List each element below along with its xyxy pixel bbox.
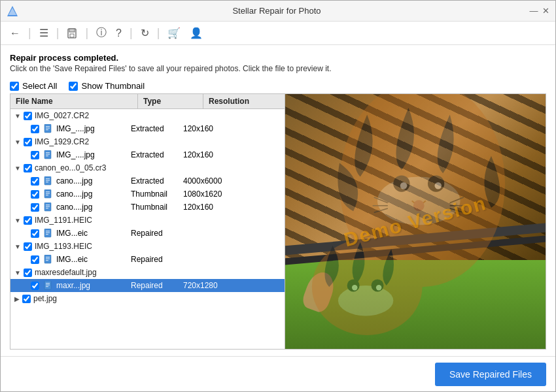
svg-rect-20 bbox=[46, 195, 48, 195]
file-checkbox-wrap bbox=[29, 151, 41, 159]
svg-rect-16 bbox=[46, 182, 48, 182]
svg-rect-32 bbox=[46, 260, 48, 261]
refresh-button[interactable]: ↻ bbox=[138, 25, 152, 41]
file-type: Thumbnail bbox=[128, 189, 181, 199]
minimize-button[interactable]: — bbox=[529, 7, 538, 16]
file-name: cano....jpg bbox=[56, 189, 128, 199]
file-row[interactable]: IMG_....jpg Extracted 120x160 bbox=[10, 148, 285, 161]
file-checkbox[interactable] bbox=[31, 151, 39, 159]
group-row[interactable]: ▼ IMG_0027.CR2 bbox=[10, 109, 285, 122]
window-controls: — ✕ bbox=[529, 7, 550, 16]
file-checkbox[interactable] bbox=[31, 282, 39, 290]
toolbar: ← | ☰ | | ⓘ ? | ↻ | 🛒 👤 bbox=[1, 22, 555, 45]
file-checkbox-wrap bbox=[29, 177, 41, 186]
file-row[interactable]: cano....jpg Extracted 4000x6000 bbox=[10, 174, 285, 188]
show-thumbnail-label[interactable]: Show Thumbnail bbox=[69, 81, 145, 91]
file-checkbox[interactable] bbox=[31, 177, 39, 186]
group-row[interactable]: ▼ maxresdefault.jpg bbox=[10, 266, 285, 279]
preview-panel: Demo Version bbox=[285, 94, 546, 349]
cart-button[interactable]: 🛒 bbox=[165, 25, 183, 41]
group-checkbox[interactable] bbox=[24, 164, 32, 172]
select-all-checkbox[interactable] bbox=[10, 82, 19, 91]
file-checkbox[interactable] bbox=[31, 125, 39, 133]
group-name: IMG_1929.CR2 bbox=[35, 137, 89, 146]
file-name: maxr...jpg bbox=[56, 281, 128, 290]
svg-rect-26 bbox=[46, 231, 50, 231]
app-icon bbox=[6, 5, 19, 18]
file-checkbox[interactable] bbox=[31, 190, 39, 199]
svg-rect-12 bbox=[46, 155, 48, 156]
group-checkbox[interactable] bbox=[24, 269, 32, 277]
svg-rect-24 bbox=[46, 208, 48, 208]
group-name: canon_eo...0_05.cr3 bbox=[35, 163, 106, 172]
col-header-type: Type bbox=[138, 94, 203, 108]
file-checkbox[interactable] bbox=[31, 229, 39, 238]
file-name: IMG_....jpg bbox=[56, 124, 128, 133]
svg-point-42 bbox=[435, 182, 442, 189]
group-row[interactable]: ▼ IMG_1191.HEIC bbox=[10, 214, 285, 227]
file-checkbox-wrap bbox=[29, 229, 41, 238]
svg-rect-34 bbox=[46, 283, 50, 284]
file-resolution: 120x160 bbox=[181, 203, 233, 212]
group-name: IMG_0027.CR2 bbox=[35, 111, 89, 120]
file-type: Extracted bbox=[128, 176, 181, 186]
group-row[interactable]: ▼ IMG_1929.CR2 bbox=[10, 135, 285, 148]
file-type-icon bbox=[43, 123, 54, 134]
file-checkbox-wrap bbox=[29, 190, 41, 199]
file-checkbox[interactable] bbox=[31, 255, 39, 264]
svg-rect-14 bbox=[46, 178, 50, 179]
back-button[interactable]: ← bbox=[7, 26, 23, 41]
file-checkbox-wrap bbox=[29, 282, 41, 290]
file-type: Extracted bbox=[128, 150, 181, 159]
save-local-button[interactable] bbox=[64, 27, 80, 40]
group-checkbox[interactable] bbox=[24, 242, 32, 251]
tiger-image: Demo Version bbox=[285, 94, 546, 349]
file-checkbox[interactable] bbox=[31, 203, 39, 212]
svg-rect-10 bbox=[46, 152, 50, 153]
file-resolution: 120x160 bbox=[181, 124, 233, 133]
menu-button[interactable]: ☰ bbox=[37, 25, 51, 41]
group-checkbox[interactable] bbox=[24, 112, 32, 120]
close-button[interactable]: ✕ bbox=[541, 7, 550, 16]
file-type-icon bbox=[43, 280, 54, 291]
info-button[interactable]: ⓘ bbox=[94, 25, 109, 41]
group-row[interactable]: ▼ IMG_1193.HEIC bbox=[10, 240, 285, 253]
select-all-text: Select All bbox=[22, 81, 57, 91]
sep2: | bbox=[56, 26, 60, 40]
file-row[interactable]: IMG...eic Repaired bbox=[10, 227, 285, 240]
file-list-body[interactable]: ▼ IMG_0027.CR2 IMG bbox=[10, 109, 285, 349]
group-arrow-icon: ▼ bbox=[14, 139, 21, 146]
svg-rect-4 bbox=[70, 34, 74, 37]
group-row[interactable]: ▶ pet.jpg bbox=[10, 292, 285, 305]
save-repaired-files-button[interactable]: Save Repaired Files bbox=[435, 363, 546, 386]
file-name: cano....jpg bbox=[56, 176, 128, 186]
group-arrow-icon: ▶ bbox=[14, 295, 20, 302]
status-heading: Repair process completed. bbox=[10, 53, 546, 63]
file-type-icon bbox=[43, 176, 54, 186]
sep5: | bbox=[157, 26, 160, 40]
file-type-icon bbox=[43, 254, 54, 265]
group-name: maxresdefault.jpg bbox=[35, 268, 97, 277]
select-all-label[interactable]: Select All bbox=[10, 81, 57, 91]
svg-rect-31 bbox=[46, 259, 50, 259]
file-row[interactable]: cano....jpg Thumbnail 1080x1620 bbox=[10, 188, 285, 201]
status-section: Repair process completed. Click on the '… bbox=[10, 53, 546, 73]
group-checkbox[interactable] bbox=[22, 295, 31, 303]
svg-point-51 bbox=[338, 286, 393, 316]
account-button[interactable]: 👤 bbox=[187, 25, 205, 41]
show-thumbnail-checkbox[interactable] bbox=[69, 82, 78, 91]
file-row[interactable]: IMG_....jpg Extracted 120x160 bbox=[10, 122, 285, 135]
file-row[interactable]: cano....jpg Thumbnail 120x160 bbox=[10, 201, 285, 214]
group-row[interactable]: ▼ canon_eo...0_05.cr3 bbox=[10, 161, 285, 174]
group-checkbox[interactable] bbox=[24, 138, 32, 146]
svg-rect-11 bbox=[46, 154, 50, 155]
svg-rect-30 bbox=[46, 257, 50, 257]
file-row[interactable]: IMG...eic Repaired bbox=[10, 253, 285, 266]
file-row[interactable]: maxr...jpg Repaired 720x1280 bbox=[10, 279, 285, 292]
sep4: | bbox=[130, 26, 133, 40]
group-name: pet.jpg bbox=[33, 294, 57, 303]
svg-rect-3 bbox=[69, 29, 75, 32]
group-checkbox[interactable] bbox=[24, 216, 32, 225]
help-button[interactable]: ? bbox=[113, 26, 124, 41]
svg-rect-22 bbox=[46, 204, 50, 205]
